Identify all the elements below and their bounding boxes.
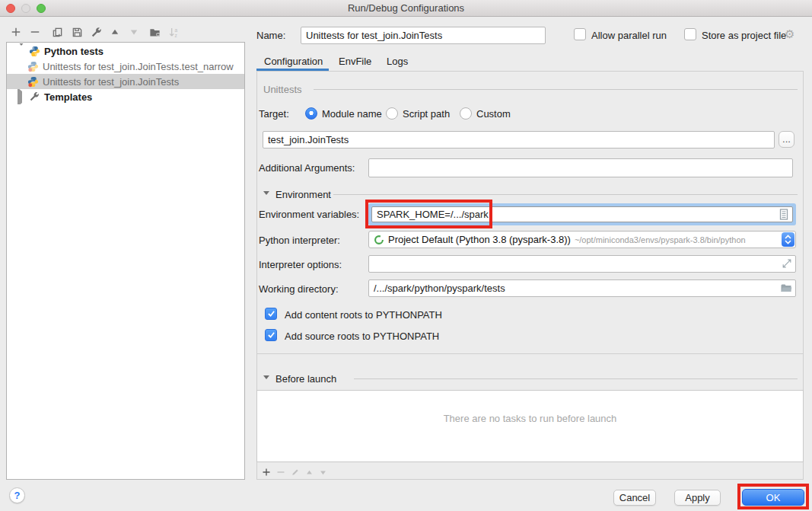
allow-parallel-run-label: Allow parallel run xyxy=(591,30,667,41)
radio-module-name[interactable] xyxy=(305,107,317,120)
move-down-icon[interactable] xyxy=(128,26,140,38)
edit-templates-icon[interactable] xyxy=(90,26,102,38)
configurations-tree: Python tests Unittests for test_join.Joi… xyxy=(6,42,245,480)
add-source-roots-checkbox[interactable] xyxy=(265,329,277,341)
radio-custom[interactable] xyxy=(460,107,472,120)
chevron-right-icon[interactable] xyxy=(18,91,25,103)
ok-button[interactable]: OK xyxy=(742,489,804,506)
svg-text:a: a xyxy=(174,27,177,32)
python-test-icon xyxy=(27,61,39,72)
remove-task-icon[interactable] xyxy=(275,467,286,477)
chevron-down-icon[interactable] xyxy=(18,46,25,57)
store-as-project-file-checkbox[interactable] xyxy=(684,28,696,40)
add-content-roots-label: Add content roots to PYTHONPATH xyxy=(285,309,442,321)
env-variables-editor-icon[interactable] xyxy=(778,208,790,223)
move-task-up-icon[interactable] xyxy=(304,467,314,477)
edit-task-icon[interactable] xyxy=(290,467,301,477)
tree-item-label: Unittests for test_join.JoinTests.test_n… xyxy=(43,61,234,72)
add-content-roots-checkbox[interactable] xyxy=(265,308,277,320)
folder-icon[interactable] xyxy=(780,282,792,296)
apply-button[interactable]: Apply xyxy=(674,490,721,506)
tree-item-jointests-selected[interactable]: Unittests for test_join.JoinTests xyxy=(7,74,244,89)
interpreter-options-input[interactable] xyxy=(368,255,796,273)
tree-item-python-tests[interactable]: Python tests xyxy=(7,43,244,59)
svg-text:z: z xyxy=(174,33,177,38)
window-title: Run/Debug Configurations xyxy=(0,2,812,14)
radio-script-path-label: Script path xyxy=(403,108,450,120)
help-button[interactable]: ? xyxy=(9,487,25,503)
add-task-icon[interactable] xyxy=(261,467,272,477)
radio-custom-label: Custom xyxy=(476,108,511,120)
expand-field-icon[interactable] xyxy=(782,258,792,271)
python-interpreter-label: Python interpreter: xyxy=(259,235,340,246)
name-label: Name: xyxy=(256,30,285,41)
interpreter-value: Project Default (Python 3.8 (pyspark-3.8… xyxy=(388,234,571,245)
tree-item-label: Unittests for test_join.JoinTests xyxy=(43,76,179,88)
target-label: Target: xyxy=(259,108,289,120)
templates-wrench-icon xyxy=(29,91,40,103)
python-interpreter-select[interactable]: Project Default (Python 3.8 (pyspark-3.8… xyxy=(368,231,796,248)
before-launch-collapse-icon[interactable] xyxy=(263,375,269,379)
environment-variables-label: Environment variables: xyxy=(259,209,359,220)
cancel-button[interactable]: Cancel xyxy=(613,490,656,506)
gear-icon[interactable]: ⚙ xyxy=(785,27,794,41)
select-stepper-icon[interactable] xyxy=(782,232,794,247)
move-up-icon[interactable] xyxy=(109,26,121,38)
before-launch-task-list[interactable] xyxy=(256,390,804,462)
move-task-down-icon[interactable] xyxy=(317,467,328,477)
environment-variables-input[interactable] xyxy=(371,206,793,222)
interpreter-path: ~/opt/miniconda3/envs/pyspark-3.8/bin/py… xyxy=(575,235,746,244)
before-launch-empty-text: There are no tasks to run before launch xyxy=(256,413,804,424)
sort-alphabetically-icon[interactable]: az xyxy=(167,26,180,38)
additional-arguments-label: Additional Arguments: xyxy=(259,162,355,174)
add-configuration-icon[interactable] xyxy=(10,26,22,38)
tab-logs[interactable]: Logs xyxy=(387,56,408,67)
panel-divider xyxy=(256,353,804,354)
target-input[interactable] xyxy=(263,131,775,149)
new-folder-icon[interactable] xyxy=(148,26,161,38)
tree-item-label: Templates xyxy=(44,91,92,103)
add-source-roots-label: Add source roots to PYTHONPATH xyxy=(285,331,439,342)
working-directory-label: Working directory: xyxy=(259,283,339,295)
tab-configuration[interactable]: Configuration xyxy=(264,56,323,67)
store-as-project-file-label: Store as project file xyxy=(702,30,786,41)
conda-env-icon xyxy=(374,235,384,245)
tree-item-label: Python tests xyxy=(44,46,103,57)
section-rule xyxy=(314,89,798,90)
name-input[interactable] xyxy=(301,27,546,44)
save-configuration-icon[interactable] xyxy=(71,26,83,38)
environment-section-label: Environment xyxy=(275,189,331,200)
remove-configuration-icon[interactable] xyxy=(29,26,41,38)
tab-envfile[interactable]: EnvFile xyxy=(339,56,371,67)
allow-parallel-run-checkbox[interactable] xyxy=(574,28,586,40)
section-rule xyxy=(354,378,798,379)
radio-module-name-label: Module name xyxy=(322,108,382,120)
tree-item-templates[interactable]: Templates xyxy=(7,89,244,104)
copy-configuration-icon[interactable] xyxy=(51,26,63,38)
title-bar: Run/Debug Configurations xyxy=(0,0,812,17)
section-rule xyxy=(333,194,798,195)
browse-button[interactable]: ... xyxy=(779,131,794,148)
python-test-icon xyxy=(27,76,39,88)
radio-script-path[interactable] xyxy=(386,107,398,120)
environment-collapse-icon[interactable] xyxy=(263,191,269,195)
interpreter-options-label: Interpreter options: xyxy=(259,259,342,270)
additional-arguments-input[interactable] xyxy=(368,158,793,177)
tree-item-test-narrow[interactable]: Unittests for test_join.JoinTests.test_n… xyxy=(7,59,244,74)
unittests-section-label: Unittests xyxy=(263,84,302,95)
working-directory-input[interactable] xyxy=(368,279,796,297)
before-launch-section-label: Before launch xyxy=(275,373,336,385)
python-tests-icon xyxy=(29,46,40,57)
run-debug-configurations-dialog: Run/Debug Configurations az Python tests xyxy=(0,0,812,511)
